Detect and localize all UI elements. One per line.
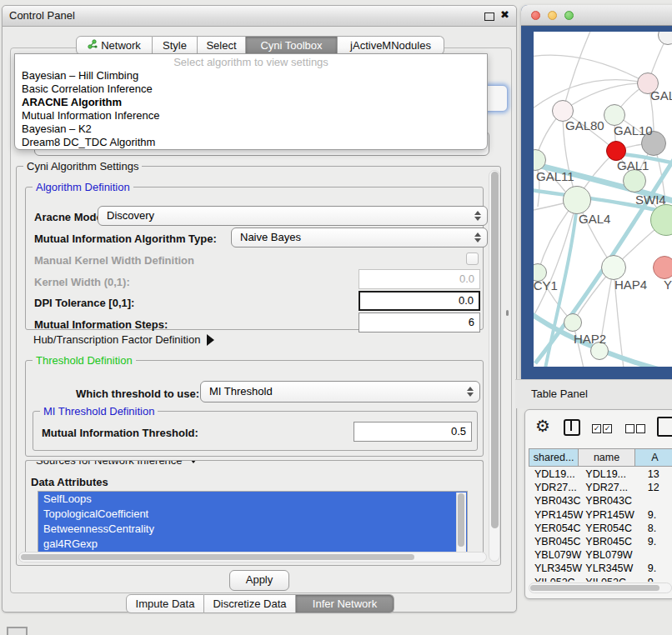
node-label: HAP2	[574, 332, 606, 346]
node-hap2[interactable]	[564, 313, 582, 332]
algorithm-definition-group: Algorithm Definition Aracne Mode: Discov…	[25, 187, 484, 330]
column-header-shared-name[interactable]: shared...	[529, 448, 579, 467]
list-scrollbar[interactable]	[456, 492, 466, 554]
unchecked-checkbox-icon[interactable]	[625, 424, 634, 433]
column-header-cut[interactable]: A	[635, 448, 672, 467]
control-panel-title: Control Panel	[9, 9, 75, 22]
control-panel-tabs: NetworkStyleSelectCyni ToolboxjActiveMNo…	[76, 36, 444, 55]
aracne-mode-value: Discovery	[107, 209, 154, 222]
table-row[interactable]: YER054CYER054C8.	[529, 522, 672, 535]
table-panel-bar: Table Panel	[515, 379, 672, 408]
mi-threshold-field[interactable]: 0.5	[354, 422, 472, 442]
dpi-tolerance-field[interactable]: 0.0	[359, 291, 480, 311]
node-label: Y	[664, 278, 672, 292]
table-row[interactable]: YBR043CYBR043C	[529, 494, 672, 508]
network-icon	[88, 37, 98, 54]
dropdown-item[interactable]: Mutual Information Inference	[15, 109, 487, 122]
network-window-titlebar[interactable]	[521, 5, 672, 26]
table-mode-icon[interactable]	[657, 417, 672, 437]
mi-threshold-group: MI Threshold Definition Mutual Informati…	[33, 411, 478, 451]
table-cell: YIL052C	[529, 576, 584, 582]
table-cell: YLR345W	[584, 562, 645, 575]
split-columns-icon[interactable]	[564, 419, 580, 436]
attribute-item[interactable]: TopologicalCoefficient	[38, 507, 467, 522]
node-label: GAL	[650, 88, 672, 102]
tab-label: Impute Data	[136, 595, 195, 612]
node-swi4[interactable]	[623, 169, 646, 192]
tab-style[interactable]: Style	[153, 36, 198, 55]
tab-impute-data[interactable]: Impute Data	[126, 594, 204, 613]
tab-infer-network[interactable]: Infer Network	[296, 594, 394, 613]
table-row[interactable]: YDR27...YDR27...12	[529, 481, 672, 494]
table-row[interactable]: YLR345WYLR345W9.	[529, 562, 672, 575]
cyni-mode-tabs: Impute DataDiscretize DataInfer Network	[126, 594, 394, 613]
dropdown-item[interactable]: Bayesian – Hill Climbing	[15, 69, 487, 82]
table-row[interactable]: YPR145WYPR145W9.	[529, 508, 672, 522]
split-pane-divider[interactable]	[506, 310, 509, 316]
minimize-traffic-light-icon[interactable]	[548, 11, 557, 20]
mi-steps-field[interactable]: 6	[359, 312, 480, 332]
settings-horizontal-scrollbar[interactable]	[18, 552, 487, 562]
dropdown-item[interactable]: Basic Correlation Inference	[15, 82, 487, 96]
expand-arrow-icon	[207, 334, 214, 346]
unchecked-checkbox-icon[interactable]	[636, 424, 645, 433]
kernel-width-field[interactable]: 0.0	[359, 269, 480, 289]
manual-kernel-label: Manual Kernel Width Definition	[34, 254, 194, 267]
table-row[interactable]: YBL079WYBL079W	[529, 548, 672, 562]
which-threshold-select[interactable]: MI Threshold	[200, 381, 480, 402]
table-cell: YLR345W	[529, 562, 584, 575]
dropdown-item[interactable]: Bayesian – K2	[15, 122, 487, 136]
float-window-icon[interactable]	[484, 12, 494, 21]
checked-checkbox-icon[interactable]: ✓	[592, 424, 601, 433]
tab-jactivemnodules[interactable]: jActiveMNodules	[338, 36, 444, 55]
table-cell: YBR043C	[584, 494, 645, 508]
tab-discretize-data[interactable]: Discretize Data	[204, 594, 296, 613]
manual-kernel-checkbox[interactable]	[466, 252, 479, 265]
close-icon[interactable]: ✖	[500, 8, 509, 21]
bottom-left-widget[interactable]	[7, 627, 28, 635]
table-cell: 9.	[646, 562, 672, 575]
zoom-traffic-light-icon[interactable]	[564, 11, 574, 20]
table-toolbar: ⚙ ✓ ✓	[525, 410, 672, 447]
mi-type-label: Mutual Information Algorithm Type:	[34, 232, 217, 245]
close-traffic-light-icon[interactable]	[531, 11, 540, 20]
tab-select[interactable]: Select	[198, 36, 246, 55]
algorithm-dropdown: Select algorithm to view settings Bayesi…	[14, 53, 488, 150]
node-hap4[interactable]	[601, 255, 626, 280]
mi-threshold-label: Mutual Information Threshold:	[42, 427, 198, 439]
table-row[interactable]: YBR045CYBR045C9.	[529, 535, 672, 548]
gear-icon[interactable]: ⚙	[535, 418, 550, 434]
network-canvas[interactable]: GAL GAL80 GAL10 GAL1 GAL11 SWI4 GAL4 GCY…	[534, 32, 672, 367]
node-salmon[interactable]	[653, 256, 672, 279]
control-panel-titlebar[interactable]: Control Panel ✖	[3, 6, 516, 27]
dropdown-item[interactable]: ARACNE Algorithm	[15, 96, 487, 109]
node-gal4[interactable]	[563, 186, 591, 214]
table-row[interactable]: YDL19...YDL19...13	[529, 468, 672, 481]
hub-tf-definition-toggle[interactable]: Hub/Transcription Factor Definition	[33, 333, 214, 346]
data-attributes-label: Data Attributes	[31, 476, 108, 488]
attribute-item[interactable]: gal4RGexp	[38, 537, 467, 552]
checked-checkbox-icon[interactable]: ✓	[603, 424, 612, 433]
tab-network[interactable]: Network	[76, 36, 153, 55]
table-cell: 12	[646, 481, 672, 494]
table-cell	[646, 494, 672, 508]
settings-group-title: Cyni Algorithm Settings	[23, 160, 142, 172]
mi-type-select[interactable]: Naive Bayes	[231, 228, 488, 248]
aracne-mode-select[interactable]: Discovery	[98, 206, 488, 226]
attribute-item[interactable]: SelfLoops	[38, 492, 467, 507]
node-label: GAL1	[617, 158, 649, 172]
sources-group-title[interactable]: Sources for Network Inference	[33, 460, 203, 467]
table-panel-window: ⚙ ✓ ✓ shared... name A YDL19...YDL19...1…	[524, 409, 672, 599]
tab-cyni-toolbox[interactable]: Cyni Toolbox	[246, 36, 338, 55]
table-cell: 9.	[646, 535, 672, 548]
dropdown-item[interactable]: Dream8 DC_TDC Algorithm	[15, 136, 487, 149]
table-cell: YIL052C	[584, 576, 645, 582]
tab-label: jActiveMNodules	[350, 37, 431, 54]
attribute-item[interactable]: BetweennessCentrality	[38, 522, 467, 537]
table-row[interactable]: YIL052CYIL052C9	[529, 576, 672, 582]
table-horizontal-scrollbar[interactable]	[529, 582, 672, 593]
column-header-name[interactable]: name	[579, 448, 635, 467]
threshold-definition-group: Threshold Definition Which threshold to …	[25, 360, 484, 457]
settings-vertical-scrollbar[interactable]	[489, 170, 500, 562]
apply-button[interactable]: Apply	[229, 570, 289, 591]
